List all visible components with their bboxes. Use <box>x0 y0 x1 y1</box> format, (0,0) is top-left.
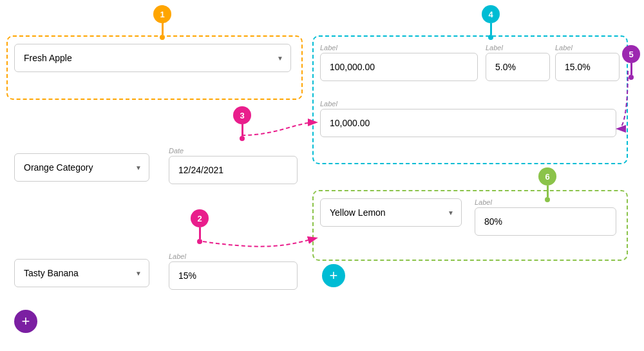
pin-6-circle: 6 <box>538 167 556 185</box>
label15-input[interactable] <box>169 261 298 290</box>
pin-6-tail <box>547 185 549 197</box>
amount-10k-label: Label <box>320 100 616 108</box>
yellow-lemon-select-wrapper: Yellow Lemon <box>320 198 462 227</box>
amount-100k-label: Label <box>320 44 478 52</box>
pct15-input[interactable] <box>555 53 620 81</box>
pin-4: 4 <box>482 5 500 40</box>
amount-100k-field: Label <box>320 44 478 81</box>
pin-2-circle: 2 <box>191 209 209 227</box>
pct5-field: Label <box>486 44 550 81</box>
orange-category-select[interactable]: Orange Category <box>14 153 149 182</box>
pct5-input[interactable] <box>486 53 550 81</box>
fresh-apple-select[interactable]: Fresh Apple <box>14 44 291 72</box>
yellow-lemon-field: Yellow Lemon <box>320 198 462 227</box>
pin-3-dot <box>240 136 245 141</box>
tasty-banana-field: Tasty Banana <box>14 259 149 287</box>
pin-5-dot <box>629 75 634 80</box>
pin-2: 2 <box>191 209 209 244</box>
orange-cat-select-wrapper: Orange Category <box>14 153 149 182</box>
pin-4-tail <box>490 23 492 35</box>
pin-6: 6 <box>538 167 556 202</box>
pin-4-circle: 4 <box>482 5 500 23</box>
pct5-label: Label <box>486 44 550 52</box>
add-button-bottom-left[interactable]: + <box>14 310 37 333</box>
pin-4-dot <box>488 35 493 40</box>
pct80-field: Label <box>475 198 616 236</box>
fresh-apple-field: Fresh Apple <box>14 44 291 72</box>
pin-3: 3 <box>233 106 251 141</box>
amount-10k-field: Label <box>320 100 616 137</box>
pin-1-tail <box>162 23 164 35</box>
add-button-middle[interactable]: + <box>322 264 345 287</box>
pin-1: 1 <box>153 5 171 40</box>
pin-1-dot <box>160 35 165 40</box>
date-input[interactable] <box>169 156 298 184</box>
pct15-field: Label <box>555 44 620 81</box>
yellow-lemon-select[interactable]: Yellow Lemon <box>320 198 462 227</box>
pct80-input[interactable] <box>475 207 616 236</box>
orange-category-field: Orange Category <box>14 153 149 182</box>
canvas: 1 3 4 5 6 2 Fresh Apple <box>0 0 644 351</box>
label15-label: Label <box>169 252 298 260</box>
label15-field: Label <box>169 252 298 290</box>
pin-5-circle: 5 <box>622 45 640 63</box>
amount-100k-input[interactable] <box>320 53 478 81</box>
tasty-banana-select-wrapper: Tasty Banana <box>14 259 149 287</box>
fresh-apple-select-wrapper: Fresh Apple <box>14 44 291 72</box>
date-label: Date <box>169 147 298 155</box>
pin-5-tail <box>630 63 632 75</box>
pin-6-dot <box>545 197 550 202</box>
pin-3-circle: 3 <box>233 106 251 124</box>
amount-10k-input[interactable] <box>320 109 616 137</box>
pin-2-tail <box>199 227 201 239</box>
pin-3-tail <box>242 124 243 136</box>
pin-2-dot <box>197 239 202 244</box>
date-field: Date <box>169 147 298 184</box>
pct15-label: Label <box>555 44 620 52</box>
pin-1-circle: 1 <box>153 5 171 23</box>
pin-5: 5 <box>622 45 640 80</box>
tasty-banana-select[interactable]: Tasty Banana <box>14 259 149 287</box>
